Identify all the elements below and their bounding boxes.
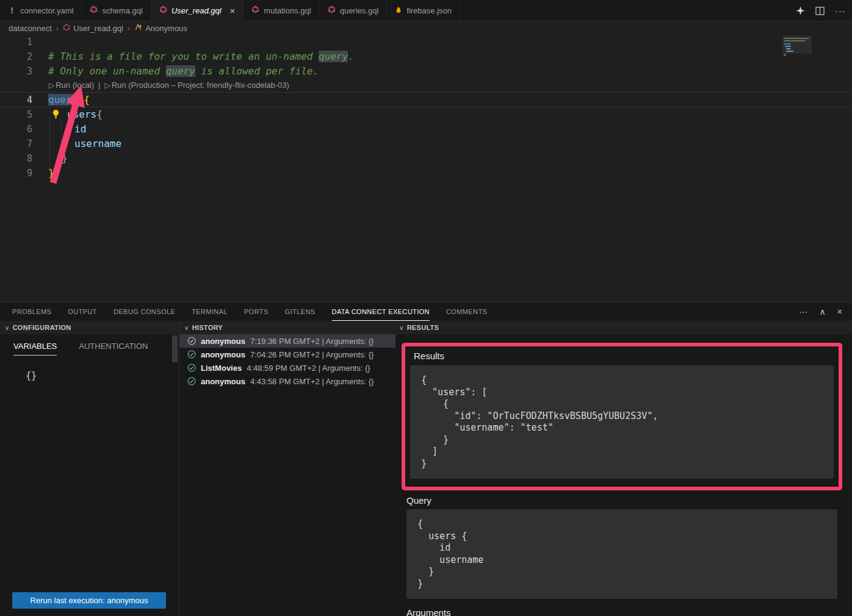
history-item[interactable]: anonymous 7:04:26 PM GMT+2 | Arguments: … xyxy=(179,348,395,361)
code-line-9[interactable]: 9 } xyxy=(0,166,852,181)
line-number[interactable]: 3 xyxy=(0,64,38,79)
close-icon[interactable]: × xyxy=(230,6,236,15)
panel-tab-ports[interactable]: PORTS xyxy=(244,303,269,321)
code-line-1[interactable]: 1 xyxy=(0,35,852,49)
panel-tab-output[interactable]: OUTPUT xyxy=(68,303,97,321)
close-brace: } xyxy=(48,167,54,179)
configuration-header[interactable]: ∨ CONFIGURATION xyxy=(0,321,179,334)
line-number[interactable]: 1 xyxy=(0,35,38,49)
code-line-7[interactable]: 7 username xyxy=(0,137,852,151)
highlighted-word: query xyxy=(166,65,195,77)
code-line-4[interactable]: 4 query{ xyxy=(0,92,852,107)
code-line-6[interactable]: 6 id xyxy=(0,122,852,137)
close-brace: } xyxy=(62,152,68,164)
results-highlight-box: Results { "users": [ { "id": "OrTucFODZH… xyxy=(402,343,842,490)
panel-maximize-icon[interactable]: ∧ xyxy=(820,307,826,316)
panel-tab-comments[interactable]: COMMENTS xyxy=(446,303,487,321)
field-username: username xyxy=(74,138,121,149)
tab-firebase-json[interactable]: firebase.json xyxy=(387,0,460,21)
line-number[interactable]: 9 xyxy=(0,166,38,181)
panel-tab-gitlens[interactable]: GITLENS xyxy=(285,303,316,321)
code-line-5[interactable]: 5 users{ xyxy=(0,107,852,122)
tab-connector-yaml[interactable]: ! connector.yaml xyxy=(0,0,82,21)
chevron-down-icon: ∨ xyxy=(399,324,404,331)
history-item-name: anonymous xyxy=(201,377,245,386)
panel-more-icon[interactable]: ··· xyxy=(800,307,808,316)
panel-tab-terminal[interactable]: TERMINAL xyxy=(192,303,228,321)
history-header[interactable]: ∨ HISTORY xyxy=(179,321,395,334)
line-number[interactable]: 4 xyxy=(0,93,38,107)
comment-text: # Only one un-named xyxy=(48,65,166,77)
history-section: ∨ HISTORY anonymous 7:19:36 PM GMT+2 | A… xyxy=(179,321,395,616)
code-line-8[interactable]: 8 } xyxy=(0,151,852,166)
scrollbar-thumb[interactable] xyxy=(172,335,178,362)
query-block[interactable]: { users { id username } } xyxy=(406,509,837,599)
split-editor-icon[interactable] xyxy=(815,7,825,15)
graphql-icon xyxy=(328,5,336,15)
open-brace: { xyxy=(96,109,103,120)
minimap-line xyxy=(784,38,809,39)
more-actions-icon[interactable]: ··· xyxy=(835,5,846,16)
code-editor[interactable]: 1 2 # This is a file for you to write an… xyxy=(0,35,852,302)
tab-label: mutations.gql xyxy=(264,6,311,15)
line-number[interactable]: 8 xyxy=(0,151,38,166)
line-number[interactable]: 2 xyxy=(0,49,38,64)
tab-user-read-gql[interactable]: User_read.gql × xyxy=(151,0,244,21)
line-number[interactable]: 7 xyxy=(0,137,38,151)
breadcrumb-dataconnect[interactable]: dataconnect xyxy=(9,24,52,33)
tab-mutations-gql[interactable]: mutations.gql xyxy=(244,0,319,21)
variables-value[interactable]: {} xyxy=(26,370,179,381)
breadcrumb: dataconnect › User_read.gql › Anonymous xyxy=(0,21,852,35)
check-circle-icon xyxy=(187,350,196,359)
graphql-icon xyxy=(251,5,259,15)
history-item[interactable]: anonymous 4:43:58 PM GMT+2 | Arguments: … xyxy=(179,374,395,388)
minimap-line xyxy=(786,48,791,49)
results-scroll-area[interactable]: Results { "users": [ { "id": "OrTucFODZH… xyxy=(395,334,852,616)
history-item[interactable]: ListMovies 4:48:59 PM GMT+2 | Arguments:… xyxy=(179,361,395,374)
minimap-line xyxy=(786,51,793,52)
lightbulb-icon[interactable] xyxy=(51,109,60,121)
breadcrumb-file[interactable]: User_read.gql xyxy=(63,24,123,33)
graphql-icon xyxy=(159,5,167,15)
rerun-button[interactable]: Rerun last execution: anonymous xyxy=(12,592,166,609)
tab-schema-gql[interactable]: schema.gql xyxy=(82,0,151,21)
tab-variables[interactable]: VARIABLES xyxy=(13,342,57,356)
run-local-button[interactable]: ▷Run (local) xyxy=(49,79,94,92)
minimap-line xyxy=(784,54,786,56)
minimap[interactable] xyxy=(782,35,812,89)
chevron-right-icon: › xyxy=(128,24,130,33)
check-circle-icon xyxy=(187,337,196,345)
panel-close-icon[interactable]: × xyxy=(837,307,842,316)
panel-tab-problems[interactable]: PROBLEMS xyxy=(12,303,51,321)
results-header[interactable]: ∨ RESULTS xyxy=(395,321,852,334)
graphql-icon xyxy=(90,5,98,15)
comment-text: # This is a file for you to write an un-… xyxy=(48,51,319,62)
chevron-down-icon: ∨ xyxy=(184,324,189,331)
line-number[interactable]: 6 xyxy=(0,122,38,137)
tab-queries-gql[interactable]: queries.gql xyxy=(320,0,388,21)
code-line-2[interactable]: 2 # This is a file for you to write an u… xyxy=(0,49,852,64)
panel-body: ∨ CONFIGURATION VARIABLES AUTHENTICATION… xyxy=(0,321,852,616)
results-json-block[interactable]: { "users": [ { "id": "OrTucFODZHTksvBSBU… xyxy=(410,365,834,479)
breadcrumb-anonymous[interactable]: Anonymous xyxy=(134,23,187,33)
history-item-name: ListMovies xyxy=(201,364,242,373)
line-number[interactable]: 5 xyxy=(0,107,38,122)
run-production-button[interactable]: ▷Run (Production – Project: friendly-fli… xyxy=(104,79,289,92)
minimap-line xyxy=(784,43,791,45)
run-icon: ▷ xyxy=(104,79,110,92)
copilot-sparkle-icon[interactable] xyxy=(796,6,805,15)
panel-tab-debug-console[interactable]: DEBUG CONSOLE xyxy=(114,303,175,321)
query-label: Query xyxy=(406,495,852,506)
tab-authentication[interactable]: AUTHENTICATION xyxy=(79,342,148,356)
check-circle-icon xyxy=(187,377,196,385)
history-item-meta: 4:48:59 PM GMT+2 | Arguments: {} xyxy=(247,364,370,373)
history-item[interactable]: anonymous 7:19:36 PM GMT+2 | Arguments: … xyxy=(179,334,395,348)
panel-tab-bar: PROBLEMS OUTPUT DEBUG CONSOLE TERMINAL P… xyxy=(0,303,852,321)
history-item-meta: 7:04:26 PM GMT+2 | Arguments: {} xyxy=(250,350,374,359)
results-section: ∨ RESULTS Results { "users": [ { "id": "… xyxy=(395,321,852,616)
codelens-bar: ▷Run (local) | ▷Run (Production – Projec… xyxy=(0,79,852,92)
panel-tab-data-connect-execution[interactable]: DATA CONNECT EXECUTION xyxy=(332,303,430,321)
tab-label: firebase.json xyxy=(406,6,452,15)
chevron-down-icon: ∨ xyxy=(5,324,10,331)
code-line-3[interactable]: 3 # Only one un-named query is allowed p… xyxy=(0,64,852,79)
